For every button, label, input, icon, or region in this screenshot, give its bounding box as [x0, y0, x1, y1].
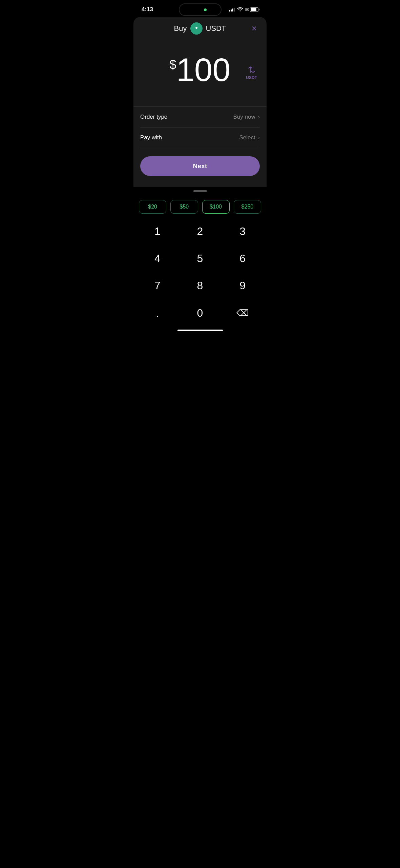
- order-type-value-container: Buy now ›: [233, 114, 260, 120]
- quick-amounts: $20$50$100$250: [133, 195, 267, 218]
- dynamic-island: [179, 3, 222, 16]
- numpad-key-9[interactable]: 9: [221, 272, 264, 299]
- convert-label: USDT: [246, 75, 257, 80]
- amount-display: $ 100: [169, 54, 230, 86]
- currency-symbol: $: [169, 58, 176, 72]
- order-section: Order type Buy now › Pay with Select ›: [133, 106, 267, 148]
- pay-with-chevron-icon: ›: [258, 135, 260, 141]
- numpad-key-backspace[interactable]: ⌫: [221, 299, 264, 327]
- dynamic-island-dot: [204, 8, 207, 11]
- keyboard-handle-area: [133, 187, 267, 195]
- modal-card: Buy USDT ✕ $ 100: [133, 17, 267, 187]
- numpad-key-4[interactable]: 4: [136, 245, 179, 272]
- order-type-row[interactable]: Order type Buy now ›: [140, 107, 260, 127]
- battery-text: 80: [245, 7, 249, 12]
- status-right: 80: [229, 7, 258, 13]
- convert-button[interactable]: USDT: [243, 64, 260, 83]
- signal-bars: [229, 8, 235, 12]
- quick-amount-250[interactable]: $250: [234, 200, 261, 214]
- amount-section: $ 100 USDT: [133, 40, 267, 106]
- header: Buy USDT ✕: [133, 17, 267, 40]
- pay-with-value-container: Select ›: [239, 134, 260, 141]
- quick-amount-100[interactable]: $100: [202, 200, 230, 214]
- home-indicator: [133, 327, 267, 337]
- pay-with-row[interactable]: Pay with Select ›: [140, 127, 260, 148]
- close-button[interactable]: ✕: [249, 22, 260, 35]
- order-type-label: Order type: [140, 114, 167, 120]
- numpad-key-6[interactable]: 6: [221, 245, 264, 272]
- convert-arrows-icon: [248, 67, 255, 74]
- order-type-value: Buy now: [233, 114, 255, 120]
- pay-with-value: Select: [239, 134, 255, 141]
- sheet-handle: [193, 190, 207, 192]
- amount-value: 100: [176, 54, 230, 86]
- order-type-chevron-icon: ›: [258, 114, 260, 120]
- numpad-key-2[interactable]: 2: [179, 218, 222, 245]
- header-title: Buy USDT: [174, 22, 226, 35]
- battery-indicator: 80: [245, 7, 258, 12]
- quick-amount-50[interactable]: $50: [170, 200, 198, 214]
- token-name: USDT: [206, 24, 226, 33]
- wifi-icon: [237, 7, 243, 13]
- buy-label: Buy: [174, 24, 187, 33]
- status-time: 4:13: [142, 6, 153, 13]
- usdt-logo-icon: [190, 22, 203, 35]
- numpad: 123456789.0⌫: [133, 218, 267, 327]
- numpad-key-0[interactable]: 0: [179, 299, 222, 327]
- status-bar: 4:13 80: [133, 0, 267, 17]
- numpad-key-8[interactable]: 8: [179, 272, 222, 299]
- close-icon: ✕: [251, 25, 257, 32]
- quick-amount-20[interactable]: $20: [139, 200, 166, 214]
- pay-with-label: Pay with: [140, 134, 162, 141]
- numpad-key-decimal[interactable]: .: [136, 299, 179, 327]
- numpad-key-3[interactable]: 3: [221, 218, 264, 245]
- numpad-key-1[interactable]: 1: [136, 218, 179, 245]
- numpad-key-7[interactable]: 7: [136, 272, 179, 299]
- home-bar: [177, 330, 223, 331]
- next-button[interactable]: Next: [140, 156, 260, 176]
- next-btn-container: Next: [133, 148, 267, 187]
- numpad-key-5[interactable]: 5: [179, 245, 222, 272]
